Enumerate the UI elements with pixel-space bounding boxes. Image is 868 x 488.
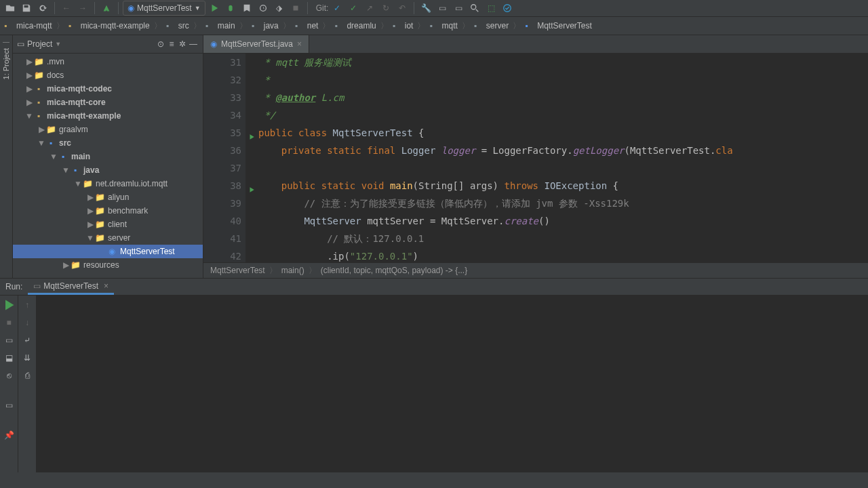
tree-node[interactable]: ▼▪src (13, 136, 203, 150)
breadcrumb-item[interactable]: ▪src (166, 21, 189, 30)
run-toolbar-left: ■ ▭ ⬓ ⎋ ▭ 📌 (0, 296, 18, 472)
dump-icon[interactable]: ▭ (2, 399, 16, 412)
project-icon: ▭ (17, 39, 24, 49)
close-icon[interactable]: × (104, 281, 108, 291)
breadcrumb-item[interactable]: ▪MqttServerTest (525, 21, 592, 30)
tree-node[interactable]: ▼📁server (13, 231, 203, 245)
save-icon[interactable] (19, 1, 34, 16)
tree-node[interactable]: ▶📁client (13, 218, 203, 231)
svg-point-2 (471, 5, 476, 9)
breadcrumb-item[interactable]: ▪java (252, 21, 279, 30)
breadcrumb-item[interactable]: ▪server (474, 21, 509, 30)
run-tab-label: MqttServerTest (43, 281, 98, 291)
git-label: Git: (316, 3, 329, 13)
gear-icon[interactable]: ✲ (177, 39, 188, 49)
structure-icon[interactable]: ▭ (435, 1, 450, 16)
tree-node[interactable]: ▶📁resources (13, 258, 203, 272)
search-icon[interactable] (467, 1, 482, 16)
settings-icon[interactable]: 🔧 (418, 1, 433, 16)
print-icon[interactable]: ⎙ (20, 369, 34, 382)
project-header: ▭Project▼ ⊙ ≡ ✲ — (13, 35, 203, 54)
editor-tabs: ◉ MqttServerTest.java × (203, 35, 868, 54)
breadcrumb-item[interactable]: ▪mica-mqtt-example (68, 21, 150, 30)
svg-rect-1 (293, 6, 298, 11)
push-icon[interactable]: ↗ (362, 1, 377, 16)
code-editor[interactable]: 313233343536373839404142 * mqtt 服务端测试 * … (203, 54, 868, 262)
editor-tab[interactable]: ◉ MqttServerTest.java × (203, 35, 309, 53)
scroll-icon[interactable]: ⇊ (20, 351, 34, 365)
tree-node[interactable]: ▶📁graalvm (13, 123, 203, 136)
open-icon[interactable] (3, 1, 18, 16)
forward-icon[interactable]: → (75, 1, 90, 16)
rollback-icon[interactable]: ↶ (395, 1, 410, 16)
layout-icon[interactable]: ▭ (2, 333, 16, 347)
breadcrumb-item[interactable]: ▪mica-mqtt (4, 21, 52, 30)
editor-crumb[interactable]: (clientId, topic, mqttQoS, payload) -> {… (321, 266, 467, 275)
tree-node[interactable]: ▶📁.mvn (13, 55, 203, 68)
tree-node[interactable]: ▶▪mica-mqtt-core (13, 96, 203, 109)
check-icon[interactable] (500, 1, 515, 16)
back-icon[interactable]: ← (59, 1, 74, 16)
wrap-icon[interactable]: ⤶ (20, 333, 34, 347)
tree-node[interactable]: ▼▪java (13, 163, 203, 177)
tree-node[interactable]: ▶📁benchmark (13, 204, 203, 218)
exit-icon[interactable]: ⎋ (2, 369, 16, 382)
sync-icon[interactable] (35, 1, 50, 16)
java-class-icon: ◉ (210, 39, 217, 49)
run-output[interactable] (37, 296, 868, 472)
editor-breadcrumbs[interactable]: MqttServerTest〉main()〉(clientId, topic, … (203, 262, 868, 278)
tab-label: MqttServerTest.java (221, 39, 293, 49)
up-icon[interactable]: ↑ (20, 298, 34, 312)
history-icon[interactable]: ↻ (378, 1, 393, 16)
tree-node[interactable]: ▼📁net.dreamlu.iot.mqtt (13, 177, 203, 190)
run-tab[interactable]: ▭ MqttServerTest × (28, 279, 114, 295)
tree-node[interactable]: ▶📁aliyun (13, 190, 203, 204)
chevron-down-icon[interactable]: ▼ (55, 41, 61, 47)
pin-icon[interactable]: ⬓ (2, 351, 16, 365)
minimize-icon[interactable]: — (3, 38, 9, 45)
tree-node[interactable]: ▶▪mica-mqtt-codec (13, 82, 203, 96)
attach-icon[interactable]: ⬗ (272, 1, 287, 16)
rerun-icon[interactable] (2, 298, 16, 312)
commit-icon[interactable]: ✓ (346, 1, 361, 16)
project-title: Project (27, 39, 52, 49)
build-icon[interactable] (99, 1, 114, 16)
expand-icon[interactable]: ≡ (166, 39, 177, 49)
breadcrumb-item[interactable]: ▪iot (393, 21, 414, 30)
run-config-label: MqttServerTest (137, 3, 192, 13)
application-icon: ▭ (33, 281, 41, 291)
debug-icon[interactable] (223, 1, 238, 16)
stop-icon[interactable]: ■ (2, 316, 16, 329)
run-toolbar-right: ↑ ↓ ⤶ ⇊ ⎙ (18, 296, 37, 472)
target-icon[interactable]: ⊙ (155, 39, 166, 49)
left-stripe: — 1: Project (0, 35, 13, 278)
tree-node[interactable]: ▶📁docs (13, 68, 203, 82)
run-icon[interactable] (207, 1, 222, 16)
tree-node[interactable]: ◉MqttServerTest (13, 245, 203, 258)
close-icon[interactable]: × (297, 39, 302, 49)
image-icon[interactable]: ⬚ (484, 1, 498, 16)
run-label: Run: (5, 282, 22, 291)
profile-icon[interactable] (256, 1, 271, 16)
run-config-selector[interactable]: ◉ MqttServerTest ▼ (123, 1, 205, 16)
breadcrumb-item[interactable]: ▪mqtt (429, 21, 457, 30)
down-icon[interactable]: ↓ (20, 316, 34, 329)
update-icon[interactable]: ✓ (330, 1, 344, 16)
pushpin-icon[interactable]: 📌 (2, 428, 16, 442)
tree-node[interactable]: ▼▪main (13, 150, 203, 163)
navigation-bar: ▪mica-mqtt〉▪mica-mqtt-example〉▪src〉▪main… (0, 17, 868, 35)
coverage-icon[interactable] (239, 1, 254, 16)
hide-icon[interactable]: — (188, 39, 199, 49)
stop-icon[interactable] (288, 1, 303, 16)
breadcrumb-item[interactable]: ▪dreamlu (334, 21, 376, 30)
breadcrumb-item[interactable]: ▪main (205, 21, 235, 30)
tree-node[interactable]: ▼▪mica-mqtt-example (13, 109, 203, 123)
breadcrumb-item[interactable]: ▪net (295, 21, 319, 30)
project-panel: ▭Project▼ ⊙ ≡ ✲ — ▶📁.mvn▶📁docs▶▪mica-mqt… (13, 35, 203, 278)
editor-crumb[interactable]: main() (281, 266, 304, 275)
project-tool-tab[interactable]: 1: Project (2, 48, 10, 79)
editor-crumb[interactable]: MqttServerTest (210, 266, 265, 275)
code-text[interactable]: * mqtt 服务端测试 * * @author L.cm */public c… (246, 54, 868, 262)
tools-icon[interactable]: ▭ (451, 1, 466, 16)
project-tree[interactable]: ▶📁.mvn▶📁docs▶▪mica-mqtt-codec▶▪mica-mqtt… (13, 54, 203, 278)
